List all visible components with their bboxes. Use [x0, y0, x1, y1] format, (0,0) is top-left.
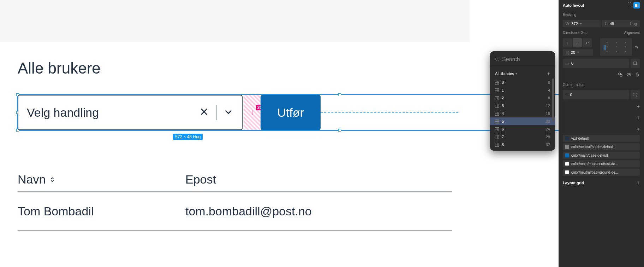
visibility-icon[interactable]: [626, 72, 631, 78]
table-row[interactable]: Tom Bombadil tom.bombadill@post.no: [18, 192, 452, 231]
page-title: Alle brukere: [18, 59, 452, 77]
direction-wrap[interactable]: ↩: [583, 38, 592, 47]
variable-icon: [495, 112, 499, 116]
list-item[interactable]: 624: [490, 125, 555, 133]
properties-panel[interactable]: Auto layout ⛶ Resizing W 572 ▾ H 48 Hug …: [559, 0, 644, 267]
column-label: Epost: [185, 173, 216, 186]
corner-radius-label: Corner radius: [563, 83, 584, 87]
variable-icon: [495, 104, 499, 108]
users-table: Navn Epost Tom Bombadil tom.bombadill@po…: [18, 173, 452, 231]
height-field[interactable]: H 48 Hug: [602, 20, 640, 27]
chevron-down-icon[interactable]: [223, 107, 233, 118]
width-field[interactable]: W 572 ▾: [563, 20, 601, 27]
library-label: All libraries: [495, 71, 514, 76]
padding-individual-icon[interactable]: [631, 59, 640, 68]
alignment-grid[interactable]: |||: [600, 38, 632, 56]
popup-list[interactable]: 00 14 28 312 416 520 624 728 832: [490, 79, 555, 149]
auto-layout-title: Auto layout: [563, 3, 584, 7]
cell-epost: tom.bombadill@post.no: [185, 204, 312, 218]
color-item[interactable]: color/neutral/border-default: [563, 143, 640, 150]
svg-rect-3: [638, 4, 638, 7]
chevron-down-icon[interactable]: ▾: [580, 22, 582, 25]
resize-handle[interactable]: [338, 93, 341, 96]
canvas-top-band: [0, 0, 470, 42]
variable-icon: [495, 127, 499, 131]
chevron-down-icon: ▾: [515, 72, 517, 75]
direction-vertical[interactable]: ↓: [563, 38, 572, 47]
column-navn[interactable]: Navn: [18, 173, 185, 186]
alignment-label: Alignment: [624, 31, 640, 35]
variable-icon: [495, 88, 499, 92]
add-icon[interactable]: +: [637, 115, 640, 121]
list-item[interactable]: 14: [490, 86, 555, 94]
canvas-area[interactable]: Alle brukere Velg handling 20 Utfør: [0, 0, 470, 267]
table-header: Navn Epost: [18, 173, 452, 192]
svg-point-9: [628, 74, 630, 75]
padding-field[interactable]: ▭ 0: [563, 59, 629, 68]
add-icon[interactable]: +: [637, 126, 640, 132]
color-item[interactable]: color/main/base-default: [563, 152, 640, 159]
direction-gap-label: Direction + Gap: [563, 31, 588, 35]
adjust-icon[interactable]: [633, 42, 640, 52]
list-item[interactable]: 28: [490, 94, 555, 102]
corner-radius-field[interactable]: ⌐ 0: [563, 90, 629, 99]
list-item[interactable]: 520: [490, 117, 555, 125]
close-icon[interactable]: [199, 107, 209, 118]
droplet-icon[interactable]: [635, 72, 640, 78]
svg-point-5: [637, 47, 638, 48]
resizing-label: Resizing: [563, 13, 576, 17]
divider: [216, 105, 216, 120]
collapse-icon[interactable]: ⛶: [627, 2, 631, 8]
color-item[interactable]: color/main/base-contrast-de...: [563, 160, 640, 167]
list-item[interactable]: 832: [490, 141, 555, 149]
action-dropdown[interactable]: Velg handling: [18, 95, 243, 130]
color-item[interactable]: color/neutral/background-de...: [563, 169, 640, 176]
column-epost[interactable]: Epost: [185, 173, 216, 186]
svg-point-7: [619, 73, 621, 75]
cell-navn: Tom Bombadil: [18, 204, 185, 218]
variable-icon: [495, 81, 499, 85]
corner-individual-icon[interactable]: [631, 90, 640, 99]
list-item[interactable]: 312: [490, 102, 555, 110]
spacing-variable-popup[interactable]: Search All libraries ▾ + 00 14 28 312 41…: [490, 51, 555, 151]
selection-size-label: 572 × 48 Hug: [173, 134, 203, 140]
resize-handle[interactable]: [338, 129, 341, 132]
auto-layout-toggle[interactable]: [633, 2, 640, 8]
svg-point-0: [496, 58, 498, 60]
layout-grid-label: Layout grid: [563, 181, 584, 185]
svg-rect-2: [636, 4, 637, 7]
chevron-down-icon[interactable]: ▾: [577, 51, 579, 54]
popup-search[interactable]: Search: [490, 53, 555, 65]
variable-icon: [495, 135, 499, 139]
execute-button[interactable]: Utfør: [261, 95, 321, 130]
svg-point-4: [636, 46, 636, 47]
list-item[interactable]: 728: [490, 133, 555, 141]
variable-icon: [495, 120, 499, 123]
direction-horizontal[interactable]: →: [573, 38, 582, 47]
selected-frame[interactable]: Velg handling 20 Utfør: [18, 95, 452, 130]
list-item[interactable]: 00: [490, 79, 555, 86]
add-icon[interactable]: +: [637, 180, 640, 186]
gap-field[interactable]: ]|[ 20 ▾: [563, 49, 593, 56]
svg-point-8: [620, 74, 622, 76]
scrollbar[interactable]: [552, 79, 554, 121]
svg-rect-1: [635, 4, 636, 7]
library-selector[interactable]: All libraries ▾: [495, 71, 517, 76]
list-item[interactable]: 416: [490, 110, 555, 117]
selection-colors: text-default color/neutral/border-defaul…: [559, 135, 644, 176]
add-icon[interactable]: +: [547, 71, 550, 76]
styles-icon[interactable]: [618, 72, 623, 78]
add-icon[interactable]: +: [637, 104, 640, 109]
variable-icon: [495, 96, 499, 100]
sort-icon[interactable]: [48, 173, 56, 186]
column-label: Navn: [18, 173, 46, 186]
search-placeholder: Search: [502, 56, 520, 63]
variable-icon: [495, 143, 499, 147]
dropdown-label: Velg handling: [27, 106, 99, 120]
svg-rect-6: [634, 62, 637, 65]
color-item[interactable]: text-default: [563, 135, 640, 142]
